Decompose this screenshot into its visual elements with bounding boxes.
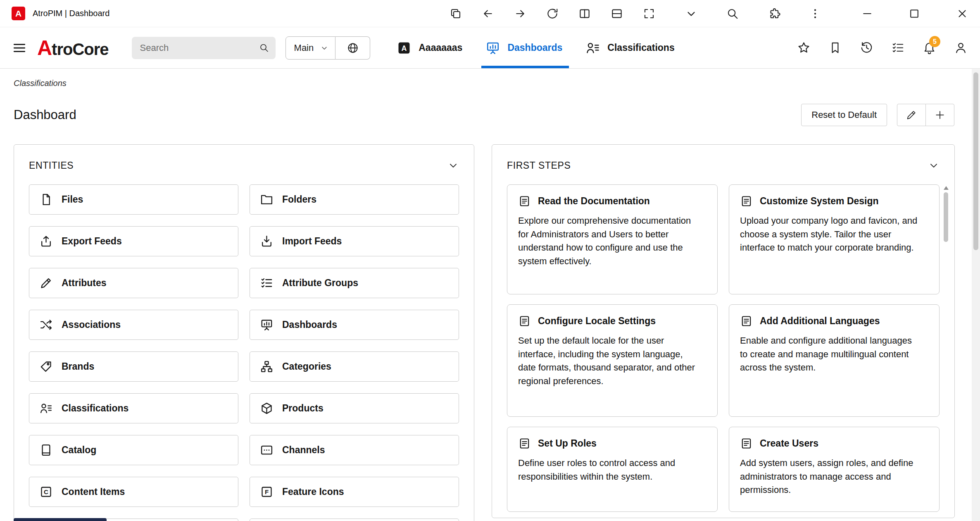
app-logo[interactable]: AtroCore (37, 36, 109, 60)
letter-c-icon (39, 485, 53, 499)
entity-shortcut-button[interactable]: Feature Icons (250, 477, 459, 507)
close-button[interactable] (956, 7, 968, 20)
page-actions: Reset to Default (801, 104, 954, 126)
window-scrollbar[interactable] (972, 69, 980, 521)
first-step-card[interactable]: Add Additional Languages Enable and conf… (729, 304, 940, 417)
entity-shortcut-button[interactable]: Classifications (29, 393, 238, 423)
tab-label: Classifications (607, 42, 674, 53)
search-input[interactable] (140, 43, 259, 53)
history-button[interactable] (860, 41, 873, 55)
dashboard-icon (485, 41, 500, 55)
tasks-button[interactable] (891, 41, 905, 55)
card-body: Add system users, assign roles, and defi… (740, 456, 922, 497)
logo-accent-letter: A (37, 36, 52, 60)
entity-shortcut-button[interactable]: Categories (250, 351, 459, 382)
entity-shortcut-button[interactable]: Export Feeds (29, 226, 238, 256)
chevron-down-icon[interactable] (447, 160, 459, 171)
back-button[interactable] (482, 7, 494, 20)
star-icon (797, 41, 811, 55)
scrollbar-thumb[interactable] (944, 192, 948, 242)
panel-scrollbar[interactable] (943, 184, 949, 513)
bookmarks-button[interactable] (828, 41, 842, 55)
edit-dashboard-button[interactable] (897, 104, 926, 126)
cube-icon (260, 402, 274, 415)
doc-lines-icon (740, 195, 753, 208)
forward-button[interactable] (514, 7, 526, 20)
card-body: Upload your company logo and favicon, an… (740, 214, 922, 255)
split-columns-icon (578, 7, 591, 20)
shuffle-icon (39, 318, 53, 332)
split-rows-icon (611, 7, 623, 20)
tab-classifications[interactable]: Classifications (585, 27, 674, 68)
entity-shortcut-button[interactable]: Content Items (29, 477, 238, 507)
first-step-card[interactable]: Configure Locale Settings Set up the def… (507, 304, 718, 417)
doc-lines-icon (740, 437, 753, 450)
entity-shortcut-button[interactable]: Files (29, 184, 238, 215)
extensions-button[interactable] (768, 7, 781, 20)
entity-shortcut-button[interactable]: Dashboards (250, 310, 459, 340)
entity-shortcut-button[interactable]: Import Feeds (250, 226, 459, 256)
first-step-card[interactable]: Customize System Design Upload your comp… (729, 184, 940, 294)
card-body: Define user roles to control access and … (518, 456, 700, 483)
card-body: Enable and configure additional language… (740, 334, 922, 375)
first-step-card[interactable]: Set Up Roles Define user roles to contro… (507, 427, 718, 512)
download-icon (260, 234, 274, 248)
tab-aaaaaaas[interactable]: Aaaaaaas (397, 27, 462, 68)
kebab-menu-icon (809, 7, 821, 20)
zoom-button[interactable] (726, 7, 739, 20)
entity-label: Content Items (62, 486, 125, 497)
reload-button[interactable] (546, 7, 559, 20)
language-globe-button[interactable] (335, 36, 370, 60)
first-step-card[interactable]: Read the Documentation Explore our compr… (507, 184, 718, 294)
split-columns-button[interactable] (578, 7, 591, 20)
entity-shortcut-button[interactable]: Products (250, 393, 459, 423)
first-steps-panel-title: FIRST STEPS (507, 160, 571, 171)
dashboard-panels: ENTITIES Files Folders Export Feeds Impo… (14, 144, 980, 521)
close-icon (956, 7, 968, 20)
browser-menu-button[interactable] (809, 7, 821, 20)
card-body: Explore our comprehensive documentation … (518, 214, 700, 268)
copy-icon (450, 7, 462, 20)
entity-shortcut-button[interactable]: Attribute Groups (250, 268, 459, 298)
profile-button[interactable] (954, 41, 968, 55)
reset-to-default-button[interactable]: Reset to Default (801, 104, 887, 126)
entity-shortcut-button[interactable]: Catalog (29, 435, 238, 465)
dashboard-edit-group (897, 104, 954, 126)
hierarchy-icon (260, 360, 274, 373)
tab-dashboards[interactable]: Dashboards (485, 27, 562, 68)
fullscreen-button[interactable] (643, 7, 655, 20)
entity-shortcut-button[interactable]: Brands (29, 351, 238, 382)
sidebar-toggle-button[interactable] (12, 41, 26, 55)
window-scrollbar-thumb[interactable] (973, 72, 978, 250)
duplicate-tab-button[interactable] (450, 7, 462, 20)
add-dashlet-button[interactable] (925, 104, 954, 126)
doc-lines-icon (740, 315, 753, 327)
entity-shortcut-button[interactable]: Channels (250, 435, 459, 465)
toolbar-collapse-button[interactable] (685, 7, 697, 20)
entity-shortcut-button[interactable]: Attributes (29, 268, 238, 298)
pencil-icon (39, 276, 53, 290)
entity-label: Classifications (62, 403, 128, 414)
user-list-icon (39, 402, 53, 415)
scope-select[interactable]: Main (285, 36, 336, 60)
tab-label: Aaaaaaas (419, 42, 462, 53)
header-icon-group: 5 (797, 41, 968, 55)
scope-group: Main (285, 36, 371, 60)
scroll-up-arrow[interactable] (944, 186, 949, 190)
breadcrumb[interactable]: Classifications (14, 79, 980, 88)
entity-shortcut-button[interactable]: Associations (29, 310, 238, 340)
entity-label: Export Feeds (62, 236, 122, 247)
upload-icon (39, 234, 53, 248)
entity-shortcut-button-cutoff[interactable] (250, 519, 459, 521)
maximize-button[interactable] (908, 7, 921, 20)
first-step-card[interactable]: Create Users Add system users, assign ro… (729, 427, 940, 512)
favorites-button[interactable] (797, 41, 811, 55)
checklist-icon (891, 41, 905, 55)
split-rows-button[interactable] (611, 7, 623, 20)
chevron-down-icon[interactable] (928, 160, 940, 171)
page-header: Dashboard Reset to Default (14, 104, 954, 126)
minimize-button[interactable] (861, 7, 873, 20)
entity-label: Dashboards (282, 319, 337, 330)
search-icon[interactable] (259, 42, 269, 53)
entity-shortcut-button[interactable]: Folders (250, 184, 459, 215)
